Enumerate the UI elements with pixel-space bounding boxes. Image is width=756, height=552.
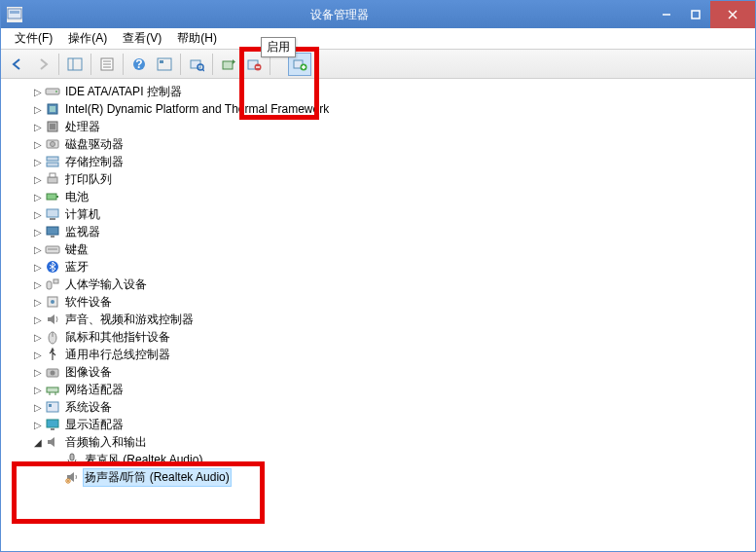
expand-icon[interactable]: ▷: [32, 174, 44, 185]
window-title: 设备管理器: [26, 7, 652, 23]
expand-icon[interactable]: ▷: [32, 227, 44, 238]
drive-icon: [45, 84, 60, 99]
separator: [180, 54, 181, 75]
tree-item[interactable]: ▷计算机: [1, 205, 755, 223]
collapse-icon[interactable]: ◢: [32, 437, 44, 448]
back-button[interactable]: [6, 53, 29, 76]
tree-item[interactable]: ▷打印队列: [1, 170, 755, 188]
expand-icon[interactable]: ▷: [32, 262, 44, 273]
expand-icon[interactable]: ▷: [32, 104, 44, 115]
expand-icon[interactable]: ▷: [32, 139, 44, 150]
tree-item-label: IDE ATA/ATAPI 控制器: [63, 84, 184, 100]
tree-item-label: 声音、视频和游戏控制器: [63, 312, 196, 328]
tree-view[interactable]: ▷IDE ATA/ATAPI 控制器▷Intel(R) Dynamic Plat…: [1, 79, 755, 551]
network-icon: [45, 382, 60, 397]
menu-action[interactable]: 操作(A): [60, 28, 115, 49]
expand-icon[interactable]: ▷: [32, 279, 44, 290]
tree-item[interactable]: ▷鼠标和其他指针设备: [1, 328, 755, 346]
tree-item[interactable]: ▷蓝牙: [1, 258, 755, 276]
tree-item-label: 通用串行总线控制器: [63, 347, 172, 363]
svg-rect-15: [160, 60, 163, 63]
tree-item-label: 显示适配器: [63, 417, 126, 433]
printer-icon: [45, 171, 60, 187]
tree-item[interactable]: ▷处理器: [1, 118, 755, 135]
menu-view[interactable]: 查看(V): [115, 28, 169, 49]
expand-icon[interactable]: ▷: [32, 87, 44, 97]
tree-item[interactable]: ▷软件设备: [1, 293, 755, 311]
tree-item[interactable]: ▷系统设备: [1, 398, 755, 416]
svg-point-32: [51, 142, 55, 147]
maximize-button[interactable]: [681, 1, 710, 28]
expand-icon[interactable]: ▷: [32, 122, 44, 132]
tree-item[interactable]: ▷网络适配器: [1, 381, 755, 398]
tree-item[interactable]: ▷监视器: [1, 223, 755, 240]
expand-icon[interactable]: ▷: [32, 314, 44, 325]
expand-icon[interactable]: ▷: [32, 297, 44, 308]
tree-item[interactable]: ▷显示适配器: [1, 416, 755, 433]
help-button[interactable]: ?: [127, 53, 151, 76]
minimize-button[interactable]: [652, 1, 681, 28]
cpu-icon: [45, 119, 60, 134]
svg-text:?: ?: [135, 57, 142, 71]
update-driver-button[interactable]: [217, 53, 240, 76]
tree-item[interactable]: ▷存储控制器: [1, 153, 755, 170]
svg-rect-59: [47, 420, 58, 427]
sound-icon: [45, 312, 60, 327]
tree-item[interactable]: ▷图像设备: [1, 363, 755, 381]
separator: [58, 54, 59, 75]
disk-icon: [45, 136, 60, 152]
audio-icon: [45, 434, 60, 450]
bluetooth-icon: [45, 259, 60, 275]
expand-icon[interactable]: ▷: [32, 332, 44, 343]
tree-item[interactable]: ◢音频输入和输出: [1, 433, 755, 451]
menu-help[interactable]: 帮助(H): [169, 28, 225, 49]
software-icon: [45, 294, 60, 310]
expand-icon[interactable]: ▷: [32, 367, 44, 378]
tree-item[interactable]: ▷电池: [1, 188, 755, 205]
tree-item[interactable]: ▷人体学输入设备: [1, 276, 755, 293]
battery-icon: [45, 189, 60, 204]
expand-icon[interactable]: ▷: [32, 385, 44, 395]
svg-rect-40: [50, 218, 55, 220]
expand-icon[interactable]: ▷: [32, 420, 44, 430]
properties-button[interactable]: [95, 53, 119, 76]
tree-item-label: 磁盘驱动器: [63, 136, 126, 153]
tree-item[interactable]: ▷Intel(R) Dynamic Platform and Thermal F…: [1, 100, 755, 118]
action-button[interactable]: [153, 53, 176, 76]
expand-icon[interactable]: ▷: [32, 192, 44, 202]
mouse-icon: [45, 329, 60, 345]
tree-item-label: 扬声器/听筒 (Realtek Audio): [83, 468, 232, 487]
svg-point-26: [55, 91, 57, 92]
svg-rect-14: [158, 58, 171, 70]
tree-item[interactable]: ▷通用串行总线控制器: [1, 346, 755, 363]
expand-icon[interactable]: ▷: [32, 209, 44, 220]
scan-hardware-button[interactable]: [185, 53, 208, 76]
tree-item[interactable]: ▷声音、视频和游戏控制器: [1, 311, 755, 328]
svg-rect-3: [692, 11, 700, 18]
computer-icon: [45, 206, 60, 222]
separator: [123, 54, 124, 75]
show-hide-tree-button[interactable]: [63, 53, 87, 76]
svg-rect-54: [47, 387, 58, 392]
expand-icon[interactable]: ▷: [32, 350, 44, 360]
tree-item[interactable]: ▷扬声器/听筒 (Realtek Audio): [1, 468, 755, 486]
forward-button[interactable]: [31, 53, 54, 76]
system-icon: [45, 399, 60, 415]
mic-icon: [64, 452, 80, 467]
close-button[interactable]: [710, 1, 755, 28]
usb-icon: [45, 347, 60, 362]
tree-item[interactable]: ▷麦克风 (Realtek Audio): [1, 451, 755, 468]
tree-item[interactable]: ▷磁盘驱动器: [1, 135, 755, 153]
expand-icon[interactable]: ▷: [32, 244, 44, 255]
tree-item[interactable]: ▷键盘: [1, 240, 755, 258]
svg-rect-57: [47, 402, 58, 412]
expand-icon[interactable]: ▷: [32, 157, 44, 167]
menu-bar: 文件(F) 操作(A) 查看(V) 帮助(H): [1, 28, 755, 50]
svg-rect-61: [70, 454, 74, 460]
menu-file[interactable]: 文件(F): [7, 28, 60, 49]
tree-item[interactable]: ▷IDE ATA/ATAPI 控制器: [1, 83, 755, 100]
app-icon: [7, 7, 22, 22]
expand-icon[interactable]: ▷: [32, 402, 44, 413]
title-bar: 设备管理器: [1, 1, 755, 28]
svg-rect-46: [47, 281, 52, 289]
